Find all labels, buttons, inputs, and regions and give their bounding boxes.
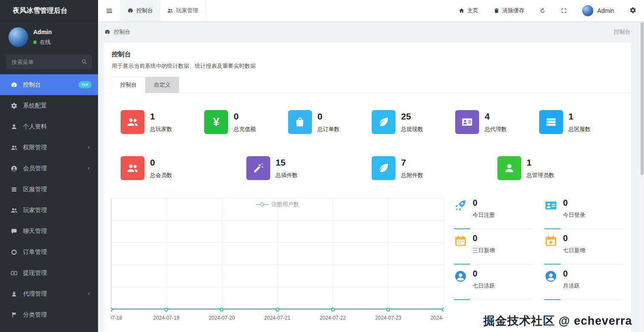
tab-label: 控制台 <box>136 7 153 15</box>
chart-point <box>442 308 444 312</box>
stat-value: 1 <box>569 111 591 122</box>
sidebar-item-orders[interactable]: 订单管理 <box>0 242 98 262</box>
refresh-button[interactable] <box>540 8 546 14</box>
sidebar-item-members[interactable]: 会员管理 <box>0 158 98 179</box>
stat-value: 1 <box>150 111 172 122</box>
x-axis-label: 2024-07-19 <box>153 315 179 321</box>
panel-tabs: 控制台 自定义 <box>104 77 631 93</box>
x-axis-label: 2024-07-22 <box>320 315 346 321</box>
sidebar-item-servers[interactable]: 区服管理 <box>0 179 98 200</box>
stat-value: 0 <box>318 111 340 122</box>
search-icon <box>81 58 87 65</box>
user-avatar[interactable] <box>9 27 28 47</box>
users-icon <box>167 8 173 14</box>
mini-stat-7day-active: 0 七日活跃 <box>454 265 532 300</box>
tab-console[interactable]: 控制台 <box>121 0 160 21</box>
gear-icon <box>11 102 17 109</box>
stat-value: 25 <box>401 111 423 122</box>
stat-total-admins: 1 总管理员数 <box>497 156 623 180</box>
x-axis-label: 2024-07-21 <box>264 315 290 321</box>
mini-stat-label: 七日新增 <box>563 247 585 254</box>
chart-point <box>111 308 113 312</box>
stat-value: 4 <box>485 111 507 122</box>
stat-value: 15 <box>276 157 298 168</box>
stats-row-1: 1 总玩家数 ¥ 0 总充值额 0 总订单数 <box>104 110 631 134</box>
user-info: Admin 在线 <box>33 29 52 46</box>
sidebar-item-withdrawals[interactable]: 提现管理 <box>0 262 98 283</box>
mini-stat-label: 月活跃 <box>563 282 580 290</box>
sidebar-item-players[interactable]: 玩家管理 <box>0 200 98 221</box>
users-icon <box>121 156 144 180</box>
settings-button[interactable] <box>630 7 636 15</box>
tab-label: 玩家管理 <box>176 7 198 15</box>
chart-point <box>220 308 224 312</box>
mini-stat-today-registered: 0 今日注册 <box>454 194 532 229</box>
scrollbar-thumb[interactable] <box>641 22 644 175</box>
dashboard-icon <box>11 82 17 88</box>
stat-total-recharge: ¥ 0 总充值额 <box>204 110 288 134</box>
mini-stat-month-active: 0 月活跃 <box>544 265 623 300</box>
stat-total-plugins: 15 总插件数 <box>246 156 372 180</box>
chart-legend[interactable]: 注册用户数 <box>256 201 299 208</box>
stat-label: 总代理数 <box>485 125 507 133</box>
scrollbar-track[interactable] <box>641 22 644 332</box>
sidebar-item-label: 区服管理 <box>23 186 47 193</box>
stat-label: 总区服数 <box>569 125 591 133</box>
mini-stat-value: 0 <box>473 233 477 243</box>
sidebar-item-label: 权限管理 <box>23 144 47 151</box>
stat-total-players: 1 总玩家数 <box>121 110 204 134</box>
fullscreen-button[interactable] <box>561 8 567 14</box>
sidebar-item-label: 聊天管理 <box>23 227 47 235</box>
mini-stat-label: 今日登录 <box>563 211 585 219</box>
user-name: Admin <box>33 29 52 35</box>
breadcrumb: 控制台 控制台 <box>98 21 644 43</box>
stat-label: 总会员数 <box>150 172 172 179</box>
page-subtitle: 用于展示当前系统中的统计数据、统计报表及重要实时数据 <box>112 62 623 70</box>
users-icon <box>121 110 144 134</box>
home-button[interactable]: 主页 <box>459 7 478 15</box>
main-area: 控制台 玩家管理 主页 清除缓存 <box>98 0 644 332</box>
stat-label: 总插件数 <box>276 172 298 179</box>
sidebar-item-categories[interactable]: 分类管理 <box>0 304 98 325</box>
sidebar-item-system-config[interactable]: 系统配置 <box>0 95 98 116</box>
sidebar-item-console[interactable]: 控制台 hot <box>0 74 98 95</box>
user-icon <box>11 123 17 130</box>
mini-stat-value: 0 <box>563 269 568 278</box>
legend-label: 注册用户数 <box>271 201 299 208</box>
sidebar-item-chat[interactable]: 聊天管理 <box>0 221 98 242</box>
chat-icon <box>11 228 17 235</box>
topbar-tabs: 控制台 玩家管理 <box>120 0 205 21</box>
content-area: 控制台 用于展示当前系统中的统计数据、统计报表及重要实时数据 控制台 自定义 1… <box>98 43 644 332</box>
stat-value: 7 <box>401 157 423 168</box>
tab-players[interactable]: 玩家管理 <box>160 0 205 21</box>
user-menu[interactable]: Admin <box>582 5 614 16</box>
sidebar-item-label: 代理管理 <box>23 290 47 298</box>
sidebar-item-agents[interactable]: 代理管理 <box>0 283 98 304</box>
breadcrumb-right: 控制台 <box>614 28 630 36</box>
idcard-icon <box>544 199 557 212</box>
hamburger-icon <box>106 7 113 15</box>
breadcrumb-current[interactable]: 控制台 <box>114 28 130 36</box>
x-axis-label: 07-18 <box>111 315 122 321</box>
rocket-icon <box>454 199 467 212</box>
x-axis-label: 2024-07-23 <box>375 315 401 321</box>
user-status-label: 在线 <box>40 38 51 46</box>
topbar-username: Admin <box>597 7 614 14</box>
stat-total-withdrawals: 25 总提现数 <box>372 110 455 134</box>
stat-label: 总提现数 <box>401 125 423 133</box>
menu-search-input[interactable] <box>6 55 92 69</box>
menu-toggle-button[interactable] <box>98 0 120 21</box>
sidebar-search <box>6 55 92 69</box>
mini-stat-value: 0 <box>563 198 568 207</box>
tab-dashboard[interactable]: 控制台 <box>112 77 145 93</box>
stat-label: 总充值额 <box>234 125 256 133</box>
stat-value: 0 <box>234 111 256 122</box>
clear-cache-button[interactable]: 清除缓存 <box>494 7 524 15</box>
stat-total-agents: 4 总代理数 <box>455 110 539 134</box>
sidebar-item-profile[interactable]: 个人资料 <box>0 116 98 137</box>
stat-value: 1 <box>527 157 554 168</box>
mini-stat-label: 七日活跃 <box>473 282 495 290</box>
sidebar-item-permissions[interactable]: 权限管理 <box>0 137 98 158</box>
tab-custom[interactable]: 自定义 <box>145 77 179 93</box>
legend-marker-icon <box>256 203 269 207</box>
